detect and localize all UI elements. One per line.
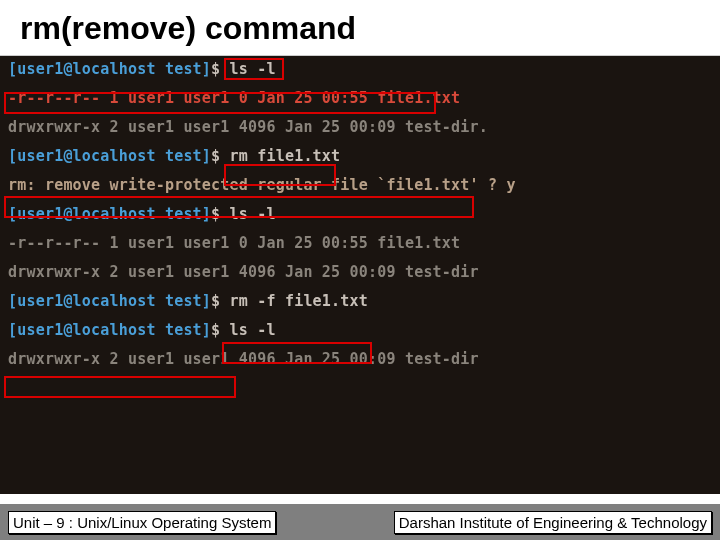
footer-left: Unit – 9 : Unix/Linux Operating System (8, 511, 276, 534)
terminal-line-9: [user1@localhost test]$ ls -l (8, 323, 712, 338)
slide-footer: Unit – 9 : Unix/Linux Operating System D… (0, 504, 720, 540)
terminal-screenshot: [user1@localhost test]$ ls -l -r--r--r--… (0, 56, 720, 494)
prompt-dollar: $ (211, 321, 220, 339)
terminal-line-8: [user1@localhost test]$ rm -f file1.txt (8, 294, 712, 309)
slide-title-area: rm(remove) command (0, 0, 720, 56)
prompt-user: [user1@localhost test] (8, 60, 211, 78)
prompt-dollar: $ (211, 60, 220, 78)
command-text: ls -l (230, 205, 276, 223)
command-text: rm file1.txt (230, 147, 341, 165)
prompt-user: [user1@localhost test] (8, 205, 211, 223)
command-text: ls -l (230, 60, 276, 78)
command-text: ls -l (230, 321, 276, 339)
terminal-line-3: [user1@localhost test]$ rm file1.txt (8, 149, 712, 164)
terminal-line-7: drwxrwxr-x 2 user1 user1 4096 Jan 25 00:… (8, 265, 712, 280)
prompt-dollar: $ (211, 205, 220, 223)
terminal-line-4: rm: remove write-protected regular file … (8, 178, 712, 193)
terminal-line-5: [user1@localhost test]$ ls -l (8, 207, 712, 222)
title-bold: rm (20, 10, 61, 46)
terminal-line-0: [user1@localhost test]$ ls -l (8, 62, 712, 77)
prompt-user: [user1@localhost test] (8, 321, 211, 339)
slide-title: rm(remove) command (20, 10, 700, 47)
prompt-user: [user1@localhost test] (8, 292, 211, 310)
prompt-user: [user1@localhost test] (8, 147, 211, 165)
command-text: rm -f file1.txt (230, 292, 368, 310)
terminal-line-1: -r--r--r-- 1 user1 user1 0 Jan 25 00:55 … (8, 91, 712, 106)
prompt-dollar: $ (211, 147, 220, 165)
highlight-box (4, 376, 236, 398)
terminal-line-10: drwxrwxr-x 2 user1 user1 4096 Jan 25 00:… (8, 352, 712, 367)
terminal-line-2: drwxrwxr-x 2 user1 user1 4096 Jan 25 00:… (8, 120, 712, 135)
title-rest: (remove) command (61, 10, 356, 46)
footer-right: Darshan Institute of Engineering & Techn… (394, 511, 712, 534)
prompt-dollar: $ (211, 292, 220, 310)
terminal-line-6: -r--r--r-- 1 user1 user1 0 Jan 25 00:55 … (8, 236, 712, 251)
